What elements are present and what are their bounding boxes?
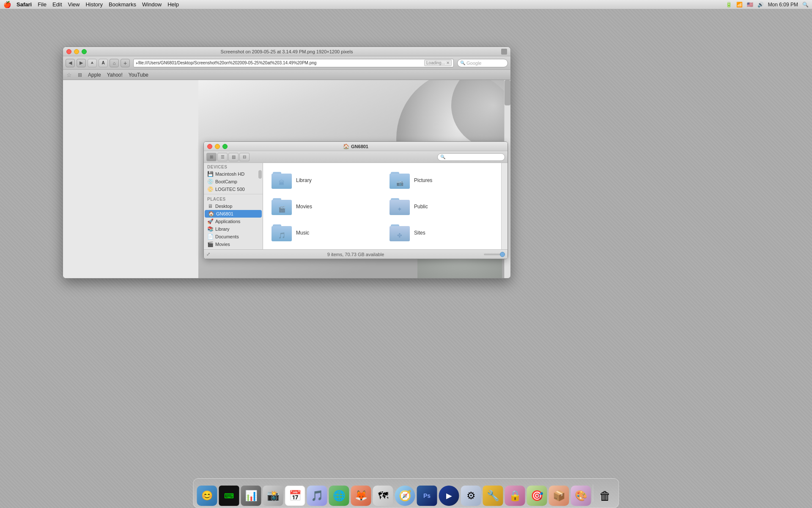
column-view-button[interactable]: ▥ [228, 153, 239, 161]
text-smaller-button[interactable]: A [88, 59, 97, 67]
music-folder-label: Music [296, 230, 309, 236]
browser-bookmarks-bar: ☆ ⊞ Apple Yahoo! YouTube [63, 70, 510, 80]
finder-side-scrollbar[interactable] [501, 163, 508, 250]
zoom-thumb[interactable] [500, 252, 505, 257]
sites-folder-symbol: ✤ [393, 231, 406, 240]
logitec-icon: 📀 [207, 186, 213, 192]
quicktime-dock-icon: ▶ [446, 491, 452, 500]
dock-photoshop[interactable]: Ps [417, 486, 437, 506]
dock-app5[interactable]: 🔒 [505, 486, 525, 506]
url-bar[interactable]: ▸ file:///Users/GN6801/Desktop/Screensho… [133, 59, 454, 67]
sidebar-item-documents[interactable]: 📄 Documents [204, 233, 263, 240]
menu-safari[interactable]: Safari [16, 1, 32, 8]
forward-button[interactable]: ▶ [77, 59, 86, 67]
sidebar-item-bootcamp[interactable]: 💿 BootCamp [204, 178, 263, 185]
menu-edit[interactable]: Edit [52, 1, 62, 8]
finder-search-bar[interactable]: 🔍 [437, 153, 505, 161]
menu-window[interactable]: Window [142, 1, 162, 8]
sidebar-item-macintosh-hd[interactable]: 💾 Macintosh HD [204, 170, 263, 178]
dock-safari[interactable]: 🧭 [395, 486, 415, 506]
dock-app3[interactable]: 🗺 [373, 486, 393, 506]
new-tab-button[interactable]: + [121, 59, 130, 67]
folder-pictures[interactable]: 📷 Pictures [385, 167, 503, 193]
bookmark-apple[interactable]: Apple [88, 72, 101, 78]
menubar: 🍎 Safari File Edit View History Bookmark… [0, 0, 812, 9]
sidebar-item-logitec[interactable]: 📀 LOGITEC 500 [204, 185, 263, 193]
finder-minimize-button[interactable] [215, 144, 220, 149]
folder-library[interactable]: 🏛 Library [267, 167, 385, 193]
folder-public[interactable]: ✦ Public [385, 193, 503, 220]
dock-finder[interactable]: 😊 [197, 486, 217, 506]
folder-movies[interactable]: 🎬 Movies [267, 193, 385, 220]
browser-zoom-button[interactable] [501, 49, 507, 55]
apple-menu[interactable]: 🍎 [3, 1, 11, 8]
maximize-button[interactable] [82, 49, 87, 54]
sidebar-divider [204, 194, 263, 194]
text-larger-button[interactable]: A [99, 59, 108, 67]
dock-app2[interactable]: 🦊 [351, 486, 371, 506]
menu-file[interactable]: File [38, 1, 47, 8]
zoom-slider[interactable] [484, 254, 505, 255]
bookmark-yahoo[interactable]: Yahoo! [107, 72, 123, 78]
finder-title-text: GN6801 [351, 144, 368, 149]
menubar-wifi-icon: 📶 [736, 2, 743, 8]
list-view-button[interactable]: ☰ [217, 153, 228, 161]
dock-ical[interactable]: 📅 [285, 486, 305, 506]
movies-folder-label: Movies [296, 204, 312, 210]
devices-section: 💾 Macintosh HD 💿 BootCamp 📀 LOGITEC 500 [204, 170, 263, 193]
dock-app6[interactable]: 🎯 [527, 486, 547, 506]
dock-activity-monitor[interactable]: 📊 [241, 486, 261, 506]
finder-maximize-button[interactable] [222, 144, 228, 149]
menu-history[interactable]: History [85, 1, 102, 8]
trash-dock-icon: 🗑 [599, 489, 611, 503]
bookmark-star-icon[interactable]: ☆ [66, 72, 72, 78]
finder-status-text: 9 items, 70.73 GB available [327, 252, 384, 257]
dock-terminal[interactable]: ⌨ [219, 486, 239, 506]
photoshop-dock-icon: Ps [423, 492, 431, 499]
dock-app4[interactable]: 🔧 [483, 486, 503, 506]
bootcamp-icon: 💿 [207, 179, 213, 185]
menubar-volume-icon: 🔊 [757, 2, 764, 8]
menubar-search-icon[interactable]: 🔍 [802, 2, 809, 8]
applications-icon: 🚀 [207, 218, 213, 224]
dock-app8[interactable]: 🎨 [571, 486, 591, 506]
menu-help[interactable]: Help [167, 1, 179, 8]
sidebar-item-gn6801[interactable]: 🏠 GN6801 [205, 210, 262, 218]
icon-view-button[interactable]: ⊞ [206, 153, 217, 161]
sidebar-item-movies[interactable]: 🎬 Movies [204, 240, 263, 248]
menu-bookmarks[interactable]: Bookmarks [109, 1, 136, 8]
sidebar-label-macintosh-hd: Macintosh HD [215, 171, 244, 177]
dock-quicktime[interactable]: ▶ [439, 486, 459, 506]
bookmark-grid-icon[interactable]: ⊞ [78, 72, 82, 78]
finder-zoom-control [484, 254, 505, 255]
folder-sites[interactable]: ✤ Sites [385, 220, 503, 246]
home-icon: 🏠 [208, 211, 214, 217]
devices-section-header: DEVICES [204, 163, 263, 170]
dock-itunes[interactable]: 🎵 [307, 486, 327, 506]
close-loading-icon[interactable]: ✕ [446, 61, 450, 65]
sidebar-item-desktop[interactable]: 🖥 Desktop [204, 202, 263, 210]
cover-flow-button[interactable]: ⊟ [239, 153, 250, 161]
folder-music[interactable]: 🎵 Music [267, 220, 385, 246]
menubar-clock: Mon 6:09 PM [768, 2, 798, 8]
finder-expand-icon[interactable]: ⤢ [206, 251, 210, 257]
dock-app7[interactable]: 📦 [549, 486, 569, 506]
dock-system-prefs[interactable]: ⚙ [461, 486, 481, 506]
home-button[interactable]: ⌂ [110, 59, 119, 67]
library-folder-symbol: 🏛 [275, 179, 288, 187]
finder-close-button[interactable] [207, 144, 212, 149]
back-button[interactable]: ◀ [66, 59, 75, 67]
close-button[interactable] [66, 49, 71, 54]
menu-view[interactable]: View [68, 1, 80, 8]
bookmark-youtube[interactable]: YouTube [129, 72, 148, 78]
search-icon: 🔍 [460, 61, 465, 65]
system-prefs-dock-icon: ⚙ [466, 490, 476, 502]
search-bar[interactable]: 🔍 Google [457, 59, 508, 67]
dock-screenshot[interactable]: 📸 [263, 486, 283, 506]
sidebar-item-applications[interactable]: 🚀 Applications [204, 218, 263, 225]
sidebar-item-library[interactable]: 📚 Library [204, 225, 263, 233]
browser-scrollbar-thumb[interactable] [505, 80, 510, 105]
dock-app1[interactable]: 🌐 [329, 486, 349, 506]
dock-trash[interactable]: 🗑 [595, 486, 615, 506]
minimize-button[interactable] [74, 49, 79, 54]
